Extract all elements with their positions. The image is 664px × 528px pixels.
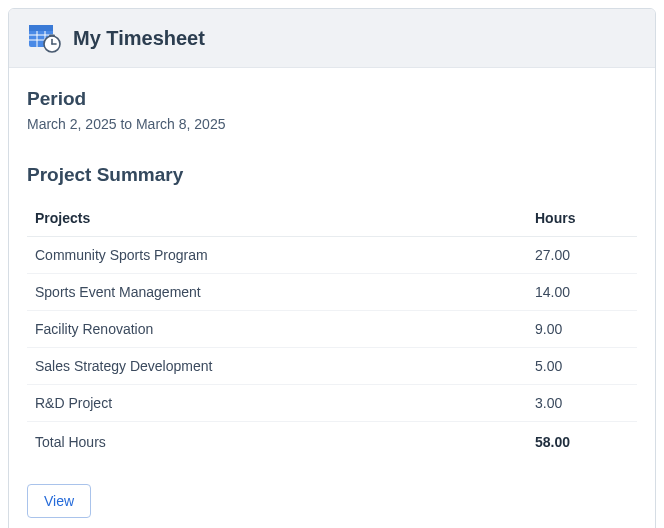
table-row: Facility Renovation 9.00: [27, 311, 637, 348]
table-header-row: Projects Hours: [27, 200, 637, 237]
svg-rect-1: [29, 25, 53, 31]
total-hours: 58.00: [527, 422, 637, 461]
project-hours: 5.00: [527, 348, 637, 385]
period-range: March 2, 2025 to March 8, 2025: [27, 116, 637, 132]
card-header: My Timesheet: [9, 9, 655, 68]
project-hours: 14.00: [527, 274, 637, 311]
timesheet-card: My Timesheet Period March 2, 2025 to Mar…: [8, 8, 656, 528]
project-summary-table: Projects Hours Community Sports Program …: [27, 200, 637, 460]
total-row: Total Hours 58.00: [27, 422, 637, 461]
project-name: Facility Renovation: [27, 311, 527, 348]
card-body: Period March 2, 2025 to March 8, 2025 Pr…: [9, 68, 655, 528]
summary-heading: Project Summary: [27, 164, 637, 186]
project-name: Community Sports Program: [27, 237, 527, 274]
svg-rect-7: [49, 35, 55, 37]
view-button[interactable]: View: [27, 484, 91, 518]
project-name: R&D Project: [27, 385, 527, 422]
table-row: Sales Strategy Development 5.00: [27, 348, 637, 385]
period-heading: Period: [27, 88, 637, 110]
table-row: Community Sports Program 27.00: [27, 237, 637, 274]
project-name: Sales Strategy Development: [27, 348, 527, 385]
project-name: Sports Event Management: [27, 274, 527, 311]
project-hours: 9.00: [527, 311, 637, 348]
project-hours: 27.00: [527, 237, 637, 274]
table-row: Sports Event Management 14.00: [27, 274, 637, 311]
col-header-projects: Projects: [27, 200, 527, 237]
table-row: R&D Project 3.00: [27, 385, 637, 422]
project-hours: 3.00: [527, 385, 637, 422]
total-label: Total Hours: [27, 422, 527, 461]
page-title: My Timesheet: [73, 27, 205, 50]
timesheet-icon: [27, 23, 61, 53]
col-header-hours: Hours: [527, 200, 637, 237]
